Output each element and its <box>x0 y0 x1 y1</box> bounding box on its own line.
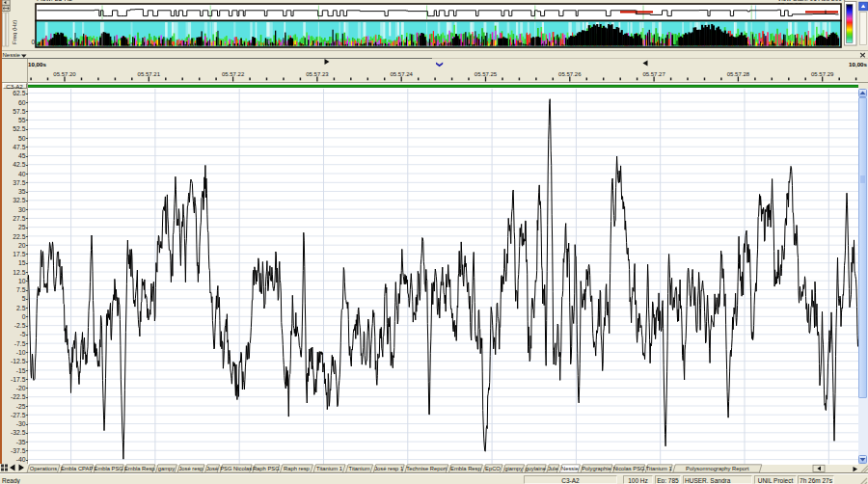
svg-text:José resp 1: José resp 1 <box>374 466 403 471</box>
svg-text:Technise Report: Technise Report <box>406 466 447 471</box>
svg-text:Embla CPAP: Embla CPAP <box>61 466 94 471</box>
svg-text:Titanium 1: Titanium 1 <box>646 466 672 471</box>
svg-text:giampy: giampy <box>504 466 523 471</box>
svg-text:Titanium: Titanium <box>349 466 370 471</box>
svg-text:Embla Resp: Embla Resp <box>124 466 155 471</box>
svg-text:Nicolas PSG: Nicolas PSG <box>613 466 645 471</box>
svg-text:Embla PSG: Embla PSG <box>95 466 124 471</box>
svg-text:Operations: Operations <box>30 466 57 471</box>
svg-text:José resp: José resp <box>178 466 203 471</box>
svg-text:EpCO: EpCO <box>485 466 501 471</box>
svg-text:José: José <box>206 466 218 471</box>
svg-text:gampy: gampy <box>158 466 176 471</box>
svg-text:guylaine: guylaine <box>525 466 546 471</box>
svg-text:Polygraphie: Polygraphie <box>582 466 611 471</box>
svg-text:Jule: Jule <box>548 466 558 471</box>
svg-text:Titanium 1: Titanium 1 <box>316 466 342 471</box>
svg-text:Polysomnography Report: Polysomnography Report <box>686 466 749 471</box>
svg-text:Raph PSG: Raph PSG <box>253 466 280 471</box>
svg-text:Raph resp: Raph resp <box>284 466 310 471</box>
svg-text:Embla Resp: Embla Resp <box>450 466 481 471</box>
svg-text:PSG Nicolas: PSG Nicolas <box>220 466 252 471</box>
svg-text:Nessie: Nessie <box>561 466 579 471</box>
